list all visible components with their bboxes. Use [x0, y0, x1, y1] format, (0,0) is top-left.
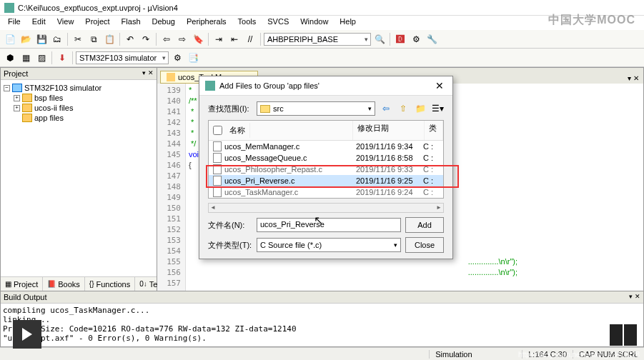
- cfg2-icon[interactable]: 🔧: [425, 32, 439, 46]
- build-icon[interactable]: ▦: [19, 51, 33, 65]
- filetype-combo[interactable]: C Source file (*.c): [257, 238, 401, 252]
- dialog-title: Add Files to Group 'app files': [219, 81, 319, 90]
- window-title: C:\Keil\ucos_expt\ucos_expt.uvproj - µVi…: [18, 4, 178, 12]
- file-row[interactable]: ucos_MemManager.c2019/11/16 9:34C :: [209, 141, 443, 152]
- up-icon[interactable]: ⇧: [397, 102, 410, 115]
- tab-books[interactable]: 📕Books: [43, 277, 85, 291]
- menu-window[interactable]: Window: [295, 16, 333, 30]
- filetype-label: 文件类型(T):: [208, 240, 252, 251]
- menu-flash[interactable]: Flash: [117, 16, 146, 30]
- copy-icon[interactable]: ⧉: [86, 32, 101, 46]
- comment-icon[interactable]: //: [243, 32, 257, 46]
- folder-icon: [22, 104, 32, 112]
- expand-icon[interactable]: +: [14, 95, 20, 101]
- panel-controls[interactable]: ▾ ✕: [629, 293, 640, 301]
- target-node[interactable]: STM32F103 simulator: [24, 84, 101, 92]
- project-tree[interactable]: −STM32F103 simulator +bsp files +ucos-ii…: [1, 80, 157, 276]
- back-icon[interactable]: ⇦: [380, 102, 392, 115]
- source-url: https://blog.csdn.net/weixin_42473228: [518, 351, 640, 359]
- target-icon: [12, 84, 22, 92]
- saveall-icon[interactable]: 🗂: [50, 32, 64, 46]
- tab-project[interactable]: ▦Project: [1, 277, 43, 291]
- folder-icon: [260, 105, 270, 113]
- paste-icon[interactable]: 📋: [102, 32, 117, 46]
- build-output-panel: Build Output▾ ✕ compiling ucos_TaskManag…: [0, 291, 644, 347]
- file-row[interactable]: ucos_Philosopher_Repast.c2019/11/16 9:33…: [209, 164, 443, 175]
- panel-controls[interactable]: ▾ ✕: [142, 69, 154, 78]
- cut-icon[interactable]: ✂: [71, 32, 85, 46]
- file-row[interactable]: ucos_MessageQueue.c2019/11/16 8:58C :: [209, 152, 443, 164]
- debug-icon[interactable]: 🅳: [393, 32, 407, 46]
- project-panel: Project ▾ ✕ −STM32F103 simulator +bsp fi…: [0, 67, 157, 291]
- newfolder-icon[interactable]: 📁: [414, 102, 427, 115]
- menu-help[interactable]: Help: [335, 16, 361, 30]
- look-in-label: 查找范围(I):: [208, 104, 252, 114]
- find-icon[interactable]: 🔍: [372, 32, 387, 46]
- expand-icon[interactable]: +: [14, 105, 20, 111]
- outdent-icon[interactable]: ⇤: [227, 32, 242, 46]
- dialog-titlebar: Add Files to Group 'app files' ✕: [199, 76, 452, 96]
- file-row[interactable]: ucos_TaskManager.c2019/11/16 9:24C :: [209, 186, 443, 198]
- line-gutter: 139 140 141 142 143 144 145 146 147 148 …: [157, 84, 186, 291]
- nav-back-icon[interactable]: ⇦: [159, 32, 174, 46]
- filename-input[interactable]: ucos_Pri_Reverse: [257, 218, 401, 232]
- undo-icon[interactable]: ↶: [123, 32, 137, 46]
- menu-edit[interactable]: Edit: [27, 16, 51, 30]
- options-icon[interactable]: ⚙: [170, 51, 184, 65]
- build-output-text[interactable]: compiling ucos_TaskManager.c... linking.…: [1, 304, 643, 346]
- menu-svcs[interactable]: SVCS: [262, 16, 294, 30]
- add-files-dialog: Add Files to Group 'app files' ✕ 查找范围(I)…: [199, 76, 453, 259]
- menu-tools[interactable]: Tools: [233, 16, 262, 30]
- file-list-header[interactable]: 名称 修改日期 类: [209, 121, 443, 141]
- menu-bar: FileEditViewProjectFlashDebugPeripherals…: [0, 16, 644, 30]
- cfg1-icon[interactable]: ⚙: [409, 32, 423, 46]
- menu-debug[interactable]: Debug: [147, 16, 180, 30]
- close-button[interactable]: Close: [405, 237, 444, 253]
- folder-node[interactable]: bsp files: [34, 94, 63, 102]
- filename-label: 文件名(N):: [208, 220, 252, 231]
- tab-controls[interactable]: ▾ ✕: [623, 73, 643, 84]
- folder-node[interactable]: app files: [34, 114, 64, 122]
- open-icon[interactable]: 📂: [19, 32, 33, 46]
- download-icon[interactable]: ⬇: [55, 51, 69, 65]
- menu-file[interactable]: File: [3, 16, 26, 30]
- play-button[interactable]: [13, 320, 41, 349]
- manage-icon[interactable]: 📑: [186, 51, 200, 65]
- bookmark-icon[interactable]: 🔖: [191, 32, 205, 46]
- save-icon[interactable]: 💾: [34, 32, 49, 46]
- indent-icon[interactable]: ⇥: [212, 32, 226, 46]
- look-in-combo[interactable]: src: [257, 101, 375, 116]
- menu-view[interactable]: View: [52, 16, 79, 30]
- rebuild-icon[interactable]: ▨: [34, 51, 49, 65]
- video-controls[interactable]: [610, 324, 637, 346]
- view-icon[interactable]: ☰▾: [431, 102, 444, 115]
- add-button[interactable]: Add: [405, 217, 444, 233]
- tab-functions[interactable]: {}Functions: [85, 277, 135, 291]
- panel-tabs: ▦Project📕Books{}Functions0↓Templates: [1, 276, 157, 291]
- file-icon: [213, 164, 222, 174]
- file-icon: [213, 141, 222, 151]
- horizontal-scrollbar[interactable]: [208, 203, 444, 213]
- file-icon: [213, 187, 222, 197]
- menu-peripherals[interactable]: Peripherals: [182, 16, 232, 30]
- nav-fwd-icon[interactable]: ⇨: [175, 32, 189, 46]
- new-icon[interactable]: 📄: [3, 32, 17, 46]
- close-icon[interactable]: ✕: [432, 80, 447, 91]
- file-row[interactable]: ucos_Pri_Reverse.c2019/11/16 9:25C :: [209, 175, 443, 186]
- toolbar-build: ⬢ ▦ ▨ ⬇ STM32F103 simulator ⚙ 📑: [0, 49, 644, 67]
- menu-project[interactable]: Project: [80, 16, 114, 30]
- toolbar-main: 📄 📂 💾 🗂 ✂ ⧉ 📋 ↶ ↷ ⇦ ⇨ 🔖 ⇥ ⇤ // AHBPERIPH…: [0, 30, 644, 49]
- watermark: 中国大学MOOC: [548, 13, 635, 28]
- folder-icon: [22, 114, 32, 122]
- collapse-icon[interactable]: −: [4, 85, 10, 91]
- file-icon: [213, 153, 222, 163]
- folder-node[interactable]: ucos-ii files: [34, 104, 73, 112]
- redo-icon[interactable]: ↷: [139, 32, 153, 46]
- select-all-checkbox[interactable]: [213, 126, 222, 135]
- folder-icon: [22, 94, 32, 102]
- project-panel-header: Project ▾ ✕: [1, 68, 157, 80]
- find-combo[interactable]: AHBPERIPH_BASE: [264, 33, 371, 46]
- file-list[interactable]: 名称 修改日期 类 ucos_MemManager.c2019/11/16 9:…: [208, 120, 444, 199]
- translate-icon[interactable]: ⬢: [3, 51, 17, 65]
- target-combo[interactable]: STM32F103 simulator: [76, 51, 169, 64]
